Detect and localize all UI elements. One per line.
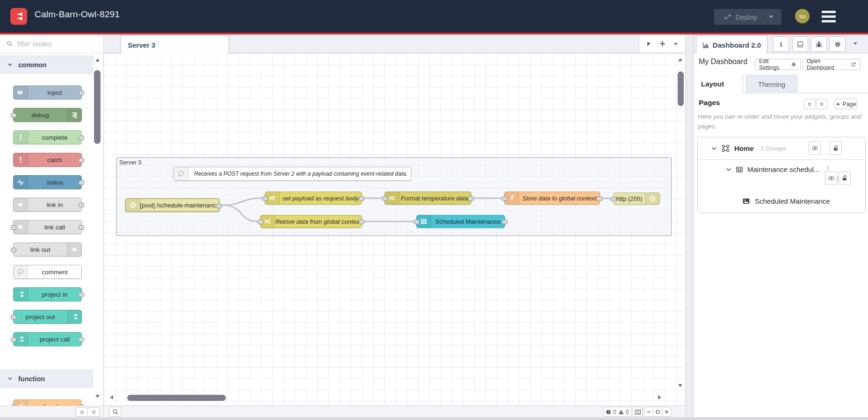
chevron-down-icon[interactable]: [726, 167, 731, 172]
flow-node-http-200-[interactable]: http (200): [613, 192, 660, 205]
flow-list-button[interactable]: [673, 41, 679, 47]
zoom-out-button[interactable]: [644, 407, 653, 416]
palette-node-function[interactable]: ffunction: [13, 399, 82, 406]
flow-node-format-temperature-data-[interactable]: Format temperature data.: [384, 192, 471, 205]
palette-scrollbar-thumb[interactable]: [94, 70, 101, 144]
input-port[interactable]: [262, 196, 268, 201]
flow-tab-server3[interactable]: Server 3: [120, 36, 229, 54]
navigator-button[interactable]: [633, 407, 643, 417]
group-visibility-button[interactable]: [825, 171, 837, 185]
user-avatar[interactable]: su: [795, 9, 810, 23]
tree-row-maintenance-group[interactable]: Maintenance schedul... 1 Widgets: [698, 160, 865, 189]
palette-node-project-out[interactable]: project out: [13, 310, 82, 324]
output-port[interactable]: [79, 292, 84, 297]
palette-node-project-call[interactable]: project call: [13, 332, 82, 346]
open-dashboard-button[interactable]: Open Dashboard: [803, 59, 861, 70]
sidebar-config-button[interactable]: [830, 36, 846, 52]
input-port[interactable]: [382, 196, 388, 201]
input-port[interactable]: [502, 196, 507, 201]
add-page-button[interactable]: Page: [835, 99, 857, 109]
canvas-scroll-up[interactable]: [676, 56, 684, 63]
input-port[interactable]: [11, 337, 16, 342]
palette-category-function[interactable]: function: [0, 370, 94, 388]
output-port[interactable]: [79, 337, 84, 342]
page-lock-button[interactable]: [830, 142, 842, 155]
palette-node-link-out[interactable]: link out: [13, 242, 82, 256]
sidebar-resize-handle[interactable]: [685, 35, 694, 417]
flow-node-retrive-data-from-global-context[interactable]: Retrive data from global context: [260, 215, 362, 228]
instance-title: Calm-Barn-Owl-8291: [35, 9, 120, 20]
palette-expand-all-button[interactable]: [87, 407, 100, 417]
tab-layout[interactable]: Layout: [694, 74, 743, 93]
input-port[interactable]: [258, 220, 263, 224]
flow-node-store-data-to-global-context[interactable]: fStore data to global context: [504, 192, 600, 205]
palette-collapse-all-button[interactable]: [76, 407, 88, 417]
tree-row-scheduled-maintenance-widget[interactable]: Scheduled Maintenance: [698, 189, 865, 213]
tree-row-home-page[interactable]: Home 1 Groups: [698, 137, 865, 160]
palette-search[interactable]: [0, 35, 103, 53]
expand-pages-button[interactable]: [816, 99, 827, 109]
flow-node-set-payload-as-request-body[interactable]: set payload as request body: [265, 192, 362, 205]
deploy-button[interactable]: Deploy: [714, 9, 781, 25]
output-port[interactable]: [79, 203, 84, 207]
input-port[interactable]: [11, 113, 16, 118]
palette-node-comment[interactable]: comment: [13, 265, 82, 279]
output-port[interactable]: [79, 91, 84, 95]
output-port[interactable]: [359, 220, 364, 224]
deploy-options-caret[interactable]: [767, 13, 781, 21]
sidebar-help-button[interactable]: [792, 36, 808, 52]
palette-scroll-down[interactable]: [94, 393, 101, 399]
palette-node-link-in[interactable]: link in: [13, 198, 82, 212]
palette-category-common[interactable]: common: [0, 56, 94, 74]
input-port[interactable]: [11, 225, 16, 230]
workspace-canvas[interactable]: Server 3Receives a POST request from Ser…: [104, 53, 685, 406]
zoom-in-button[interactable]: [662, 407, 671, 416]
output-port[interactable]: [79, 225, 84, 230]
palette-node-status[interactable]: status: [13, 175, 82, 189]
output-port[interactable]: [79, 158, 84, 163]
flow-node--post-schedule-maintenance[interactable]: [post] /schedule-maintenance: [125, 198, 220, 212]
output-port[interactable]: [216, 204, 222, 208]
palette-node-inject[interactable]: inject: [13, 85, 82, 100]
sidebar-options-caret[interactable]: [853, 41, 858, 46]
add-flow-button[interactable]: [659, 40, 666, 47]
output-port[interactable]: [502, 220, 507, 224]
tab-dashboard-2[interactable]: Dashboard 2.0: [696, 36, 767, 54]
palette-scroll-up[interactable]: [94, 57, 101, 63]
page-visibility-button[interactable]: [809, 142, 821, 155]
output-port[interactable]: [79, 180, 84, 185]
scroll-tabs-right-button[interactable]: [646, 41, 652, 47]
canvas-scroll-left[interactable]: [108, 394, 115, 400]
output-port[interactable]: [597, 196, 602, 201]
output-port[interactable]: [359, 196, 364, 201]
edit-settings-button[interactable]: Edit Settings: [755, 59, 801, 70]
chevron-down-icon[interactable]: [711, 146, 717, 151]
input-port[interactable]: [11, 315, 16, 320]
flow-node-scheduled-maintenance[interactable]: Scheduled Maintenance: [416, 215, 505, 228]
main-menu-button[interactable]: [822, 11, 836, 22]
sidebar-debug-button[interactable]: [811, 36, 827, 52]
collapse-pages-button[interactable]: [804, 99, 815, 109]
palette-node-project-in[interactable]: project in: [13, 287, 82, 301]
sidebar-info-button[interactable]: i: [773, 36, 789, 52]
canvas-hscrollbar-thumb[interactable]: [127, 395, 226, 401]
palette-node-debug[interactable]: debug: [13, 108, 82, 122]
zoom-reset-button[interactable]: [653, 407, 662, 416]
input-port[interactable]: [414, 220, 420, 224]
input-port[interactable]: [11, 248, 16, 252]
palette-node-catch[interactable]: catch: [13, 153, 82, 167]
palette-filter-input[interactable]: [16, 39, 93, 48]
flow-status-counts[interactable]: 0 0: [603, 407, 631, 417]
canvas-scroll-down[interactable]: [676, 382, 684, 389]
search-flows-button[interactable]: [109, 407, 121, 417]
canvas-vscrollbar-thumb[interactable]: [678, 71, 684, 106]
input-port[interactable]: [611, 197, 616, 201]
output-port[interactable]: [468, 196, 474, 201]
output-port[interactable]: [79, 135, 84, 140]
tab-theming[interactable]: Theming: [746, 75, 797, 93]
palette-node-link-call[interactable]: link call: [13, 220, 82, 234]
palette-node-complete[interactable]: complete: [13, 130, 82, 144]
group-lock-button[interactable]: [839, 171, 851, 185]
flow-comment-node[interactable]: Receives a POST request from Server 2 wi…: [174, 167, 412, 181]
canvas-scroll-right[interactable]: [656, 394, 663, 400]
